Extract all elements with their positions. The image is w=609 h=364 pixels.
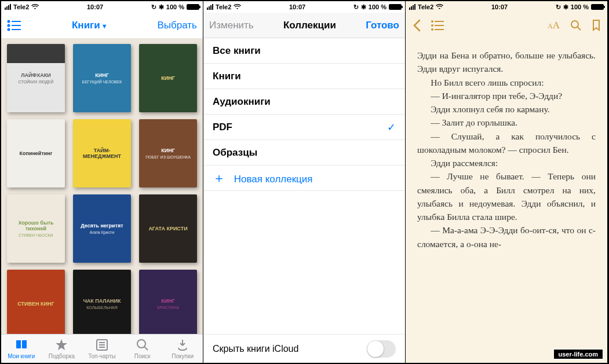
library-navbar: Книги▼ Выбрать <box>1 13 203 38</box>
svg-line-11 <box>144 347 148 350</box>
signal-bars-icon <box>207 4 213 10</box>
font-icon[interactable]: AA <box>548 20 560 31</box>
contents-icon[interactable] <box>431 20 445 31</box>
sync-icon: ↻ <box>151 3 156 11</box>
time-label: 10:07 <box>491 3 508 10</box>
tab-Мои книги[interactable]: Мои книги <box>1 334 42 363</box>
collection-row[interactable]: Аудиокниги <box>203 89 405 115</box>
collection-row[interactable]: Книги <box>203 64 405 89</box>
wifi-icon <box>436 4 443 10</box>
hide-icloud-switch[interactable] <box>367 340 396 358</box>
svg-point-2 <box>8 25 10 27</box>
svg-point-16 <box>432 29 433 30</box>
tab-Покупки[interactable]: Покупки <box>162 334 203 363</box>
collections-navbar: Изменить Коллекции Готово <box>203 13 405 38</box>
list-icon[interactable] <box>7 20 22 31</box>
reader-line: — Ма-а-ама Э-Э-Эдди бо-оит-ся, что он с-… <box>417 223 596 251</box>
search-icon[interactable] <box>570 20 582 31</box>
books-dropdown[interactable]: Книги▼ <box>72 20 108 31</box>
book-cover[interactable]: Копинейтинг <box>7 119 65 187</box>
collection-row[interactable]: PDF✓ <box>203 115 405 140</box>
battery-icon <box>187 4 199 10</box>
wifi-icon <box>234 4 241 10</box>
bookmark-icon[interactable] <box>592 20 600 31</box>
battery-pct: 100 % <box>166 3 184 10</box>
svg-point-18 <box>571 21 578 28</box>
wifi-icon <box>31 4 39 10</box>
collection-row[interactable]: Образцы <box>203 140 405 166</box>
collections-title: Коллекции <box>283 20 336 31</box>
book-cover[interactable]: КИНГКРИСТИНА <box>139 270 197 334</box>
reader-line: — Слушай, а как получилось с шоколадным … <box>417 130 596 157</box>
signal-bars-icon <box>409 4 415 10</box>
new-collection-row[interactable]: ＋ Новая коллекция <box>203 166 405 191</box>
book-cover[interactable]: ТАЙМ-МЕНЕДЖМЕНТ <box>73 119 131 187</box>
reader-line: Эдди на Бена и обратно, больше не улыбая… <box>417 49 596 76</box>
tab-bar: Мои книгиПодборкаТоп-чартыПоискПокупки <box>1 334 203 363</box>
collection-row[interactable]: Все книги <box>203 38 405 64</box>
reader-line: — Залит до горлышка. <box>417 116 596 129</box>
reader-line: — Лучше не бывает. — Теперь они смеялись… <box>417 170 596 223</box>
reader-line: Эдди рассмеялся: <box>417 156 596 170</box>
carrier-label: Tele2 <box>418 3 433 10</box>
book-cover[interactable]: КИНГ <box>139 44 197 112</box>
carrier-label: Tele2 <box>13 3 29 10</box>
carrier-label: Tele2 <box>216 3 231 10</box>
tab-Поиск[interactable]: Поиск <box>122 334 163 363</box>
status-bar: Tele2 10:07 ↻✱100 % <box>406 1 607 13</box>
svg-point-0 <box>8 21 10 23</box>
svg-point-12 <box>432 21 433 22</box>
book-cover[interactable]: ЧАК ПАЛАНИККОЛЫБЕЛЬНАЯ <box>73 270 131 334</box>
select-button[interactable]: Выбрать <box>158 20 197 31</box>
status-bar: Tele2 10:07 ↻✱100 % <box>203 1 405 13</box>
status-bar: Tele2 10:07 ↻ ✱ 100 % <box>1 1 203 13</box>
library-grid: ЛАЙФХАКИСТОЙКИХ ЛЮДЕЙКИНГБЕГУЩИЙ ЧЕЛОВЕК… <box>1 38 203 334</box>
book-cover[interactable]: КИНГБЕГУЩИЙ ЧЕЛОВЕК <box>73 44 131 112</box>
signal-bars-icon <box>5 4 11 10</box>
time-label: 10:07 <box>289 3 305 10</box>
svg-point-10 <box>137 340 145 348</box>
watermark: user-life.com <box>553 349 603 359</box>
edit-button[interactable]: Изменить <box>209 20 254 31</box>
tab-Подборка[interactable]: Подборка <box>42 334 82 363</box>
reader-line: Эдди хлопнул себя по карману. <box>417 102 596 116</box>
hide-icloud-label: Скрыть книги iCloud <box>213 344 298 354</box>
hide-icloud-row: Скрыть книги iCloud <box>203 334 405 363</box>
svg-line-19 <box>578 27 581 30</box>
book-cover[interactable]: СТИВЕН КИНГ <box>7 270 65 334</box>
book-cover[interactable]: Десять негритятАгата Кристи <box>73 194 131 263</box>
book-cover[interactable]: АГАТА КРИСТИ <box>139 194 197 263</box>
reader-line: Но Билл всего лишь спросил: <box>417 76 596 89</box>
bluetooth-icon: ✱ <box>159 3 164 11</box>
collections-list: Все книгиКнигиАудиокнигиPDF✓Образцы＋ Нов… <box>203 38 405 363</box>
svg-point-4 <box>8 29 10 31</box>
tab-Топ-чарты[interactable]: Топ-чарты <box>82 334 122 363</box>
reader-line: — И-ингалятор при тебе, Э-Эдди? <box>417 89 596 102</box>
book-cover[interactable]: КИНГПОБЕГ ИЗ ШОУШЕНКА <box>139 119 197 187</box>
reader-toolbar: AA <box>406 13 607 38</box>
book-cover[interactable]: ЛАЙФХАКИСТОЙКИХ ЛЮДЕЙ <box>7 44 65 112</box>
screen-reader: Tele2 10:07 ↻✱100 % AA Эдди на Бена и об… <box>406 1 608 363</box>
book-cover[interactable]: Хорошо быть тихонейСТИВЕН ЧБОСКИ <box>7 194 65 263</box>
svg-point-14 <box>432 25 433 26</box>
time-label: 10:07 <box>87 3 103 10</box>
done-button[interactable]: Готово <box>366 20 399 31</box>
back-icon[interactable] <box>413 19 421 32</box>
screen-collections: Tele2 10:07 ↻✱100 % Изменить Коллекции Г… <box>203 1 406 363</box>
screen-library: Tele2 10:07 ↻ ✱ 100 % Книги▼ Выбрать ЛАЙ… <box>1 1 203 363</box>
reader-page[interactable]: Эдди на Бена и обратно, больше не улыбая… <box>406 38 607 363</box>
